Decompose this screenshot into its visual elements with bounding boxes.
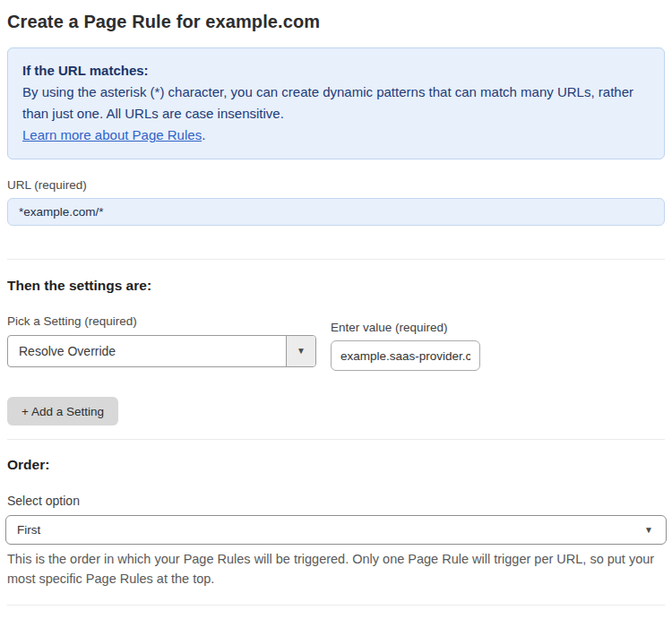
settings-row: Pick a Setting (required) Resolve Overri… <box>7 294 665 371</box>
order-select[interactable]: First ▼ <box>5 515 667 545</box>
settings-section-heading: Then the settings are: <box>7 278 665 294</box>
setting-select-label: Pick a Setting (required) <box>7 314 316 328</box>
page-title: Create a Page Rule for example.com <box>7 12 665 32</box>
order-select-label: Select option <box>7 494 665 508</box>
setting-select-arrow-zone[interactable]: ▼ <box>286 336 315 366</box>
order-help-text: This is the order in which your Page Rul… <box>7 549 665 589</box>
section-divider <box>7 439 665 440</box>
link-period: . <box>202 127 205 142</box>
setting-value-column: Enter value (required) <box>331 300 480 371</box>
chevron-down-icon: ▼ <box>644 526 653 535</box>
setting-value-input[interactable] <box>331 340 480 371</box>
url-input[interactable] <box>7 198 665 226</box>
section-divider <box>7 259 665 260</box>
value-field-label: Enter value (required) <box>331 321 480 334</box>
order-select-value: First <box>17 523 40 537</box>
info-box-body: By using the asterisk (*) character, you… <box>22 82 650 125</box>
chevron-down-icon: ▼ <box>297 347 306 356</box>
order-section-heading: Order: <box>7 457 665 473</box>
url-field-label: URL (required) <box>7 178 665 192</box>
info-box-heading: If the URL matches: <box>22 60 650 82</box>
learn-more-link[interactable]: Learn more about Page Rules <box>22 127 202 142</box>
footer-divider <box>7 605 665 606</box>
info-box-link-line: Learn more about Page Rules. <box>22 125 650 146</box>
setting-select-column: Pick a Setting (required) Resolve Overri… <box>7 294 316 367</box>
url-match-info-box: If the URL matches: By using the asteris… <box>7 47 665 159</box>
add-setting-button[interactable]: + Add a Setting <box>7 397 118 426</box>
setting-select[interactable]: Resolve Override ▼ <box>7 335 316 367</box>
setting-select-value: Resolve Override <box>8 336 286 366</box>
